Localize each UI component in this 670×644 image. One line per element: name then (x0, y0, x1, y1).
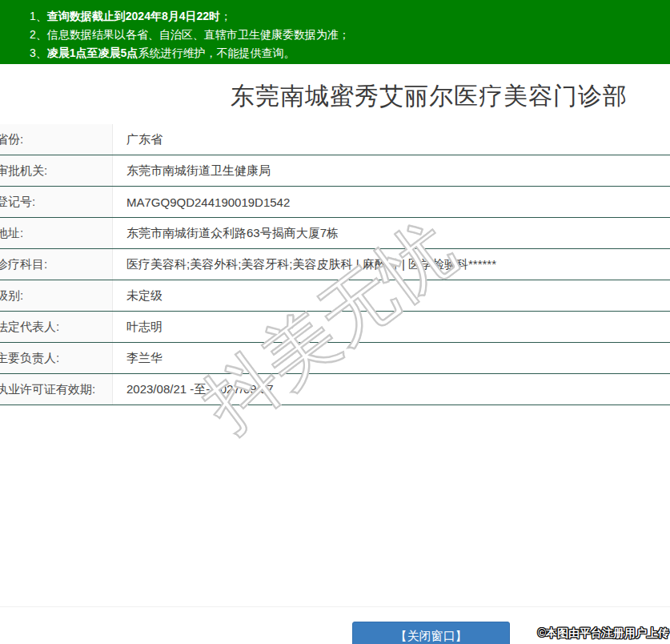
table-row-legal-representative: 法定代表人: 叶志明 (0, 312, 670, 343)
table-row-province: 省份: 广东省 (0, 124, 670, 155)
field-label: 级别: (0, 280, 113, 311)
table-row-treatment-subjects: 诊疗科目: 医疗美容科;美容外科;美容牙科;美容皮肤科 | 麻醉科 | 医学检验… (0, 249, 670, 280)
field-value: 广东省 (113, 124, 162, 155)
notice-2-text: 信息数据结果以各省、自治区、直辖市卫生健康委数据为准； (47, 28, 350, 41)
field-value: 未定级 (113, 280, 162, 311)
table-row-approval-authority: 审批机关: 东莞市南城街道卫生健康局 (0, 155, 670, 187)
field-value: 医疗美容科;美容外科;美容牙科;美容皮肤科 | 麻醉科 | 医学检验科*****… (113, 249, 496, 280)
field-label: 登记号: (0, 187, 113, 217)
institution-info-table: 省份: 广东省 审批机关: 东莞市南城街道卫生健康局 登记号: MA7GQ9QD… (0, 124, 670, 405)
title-row: 东莞南城蜜秀艾丽尔医疗美容门诊部 (188, 64, 670, 111)
table-row-license-validity: 执业许可证有效期: 2023/08/21 -至- 2027/09/07 (0, 374, 670, 405)
notice-1-text: ； (220, 10, 231, 22)
field-label: 主要负责人: (0, 343, 113, 373)
field-label: 审批机关: (0, 155, 113, 186)
notice-3-number: 3、 (30, 46, 47, 59)
field-value: 叶志明 (113, 312, 162, 342)
field-label: 诊疗科目: (0, 249, 113, 280)
field-value: 东莞市南城街道众利路63号揭商大厦7栋 (113, 218, 339, 248)
field-label: 执业许可证有效期: (0, 374, 113, 405)
notice-3-text: 系统进行维护，不能提供查询。 (138, 46, 295, 59)
notice-3-bold-text: 凌晨1点至凌晨5点 (47, 46, 138, 59)
upload-credit-note: ©本图由平台注册用户上传 (538, 626, 669, 641)
footer-divider (0, 606, 670, 607)
page-title: 东莞南城蜜秀艾丽尔医疗美容门诊部 (231, 83, 628, 109)
notice-line-1: 1、查询数据截止到2024年8月4日22时； (30, 7, 662, 26)
notice-line-2: 2、信息数据结果以各省、自治区、直辖市卫生健康委数据为准； (30, 26, 662, 44)
table-row-level: 级别: 未定级 (0, 280, 670, 312)
notice-2-number: 2、 (30, 28, 47, 41)
notice-line-3: 3、凌晨1点至凌晨5点系统进行维护，不能提供查询。 (30, 44, 662, 62)
table-row-registration-number: 登记号: MA7GQ9QD244190019D1542 (0, 187, 670, 218)
field-label: 地址: (0, 218, 113, 248)
table-row-address: 地址: 东莞市南城街道众利路63号揭商大厦7栋 (0, 218, 670, 249)
field-value: 李兰华 (113, 343, 162, 373)
notice-1-number: 1、 (30, 10, 47, 22)
table-row-main-person-in-charge: 主要负责人: 李兰华 (0, 343, 670, 374)
close-window-button[interactable]: 【关闭窗口】 (352, 622, 510, 644)
notice-bar: 1、查询数据截止到2024年8月4日22时； 2、信息数据结果以各省、自治区、直… (0, 0, 670, 64)
field-label: 法定代表人: (0, 312, 113, 342)
field-value: MA7GQ9QD244190019D1542 (113, 187, 290, 217)
notice-1-bold-text: 查询数据截止到2024年8月4日22时 (47, 10, 220, 22)
field-label: 省份: (0, 124, 113, 155)
field-value: 东莞市南城街道卫生健康局 (113, 155, 271, 186)
field-value: 2023/08/21 -至- 2027/09/07 (113, 374, 273, 405)
